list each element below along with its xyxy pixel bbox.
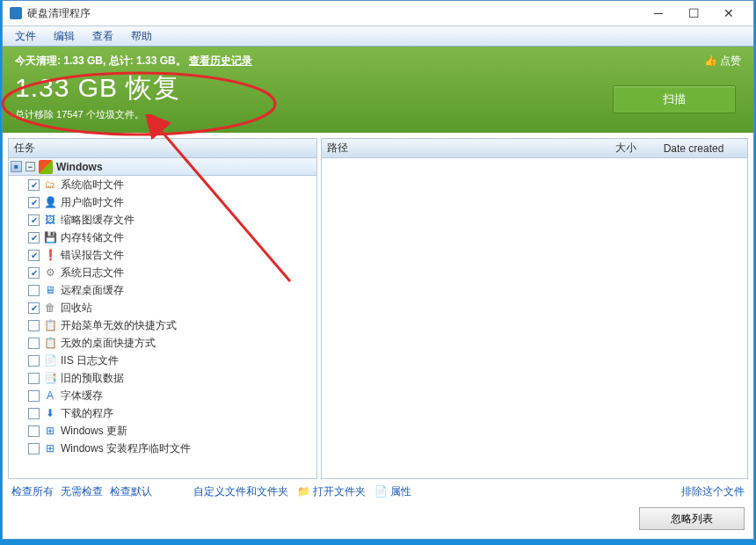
bottom-row: 忽略列表	[8, 504, 748, 534]
results-pane: 路径 大小 Date created	[321, 138, 748, 479]
exclude-link[interactable]: 排除这个文件	[681, 485, 745, 498]
tasks-pane: 任务 −Windows🗂系统临时文件👤用户临时文件🖼缩略图缓存文件💾内存转储文件…	[8, 138, 317, 479]
item-icon: 🖥	[43, 283, 57, 297]
ignore-list-button[interactable]: 忽略列表	[639, 507, 745, 530]
item-checkbox[interactable]	[28, 320, 40, 331]
item-checkbox[interactable]	[28, 267, 40, 279]
item-checkbox[interactable]	[28, 214, 40, 226]
open-folder-label: 打开文件夹	[313, 485, 366, 498]
item-label: 下载的程序	[61, 406, 113, 421]
item-checkbox[interactable]	[28, 302, 40, 314]
hero-today-text: 今天清理: 1.33 GB, 总计: 1.33 GB。	[15, 54, 186, 67]
tree-item[interactable]: 👤用户临时文件	[9, 193, 316, 211]
item-icon: ⚙	[43, 265, 57, 280]
results-header: 路径 大小 Date created	[322, 139, 747, 158]
menu-help[interactable]: 帮助	[122, 29, 161, 44]
item-checkbox[interactable]	[28, 250, 40, 261]
item-label: 字体缓存	[61, 389, 103, 403]
menu-file[interactable]: 文件	[6, 29, 45, 44]
tree-item[interactable]: 📋无效的桌面快捷方式	[9, 334, 316, 352]
tree-item[interactable]: 🖼缩略图缓存文件	[9, 211, 316, 229]
tree-item[interactable]: ⊞Windows 安装程序临时文件	[9, 440, 316, 457]
minimize-button[interactable]: ─	[641, 1, 676, 25]
item-label: 内存转储文件	[61, 230, 124, 245]
tree-item[interactable]: 🗑回收站	[9, 299, 316, 316]
app-icon	[10, 7, 22, 19]
item-checkbox[interactable]	[28, 285, 40, 296]
item-checkbox[interactable]	[28, 408, 40, 419]
item-label: 用户临时文件	[61, 195, 124, 210]
item-label: 错误报告文件	[61, 248, 124, 263]
tree-item[interactable]: ⊞Windows 更新	[9, 422, 316, 440]
tree-item[interactable]: ❗错误报告文件	[9, 246, 316, 264]
tree-item[interactable]: 📑旧的预取数据	[9, 369, 316, 387]
tree-item[interactable]: 📋开始菜单无效的快捷方式	[9, 316, 316, 334]
hero-summary: 今天清理: 1.33 GB, 总计: 1.33 GB。 查看历史记录	[15, 54, 741, 69]
col-path[interactable]: 路径	[327, 141, 592, 156]
item-icon: 💾	[43, 230, 57, 244]
item-checkbox[interactable]	[28, 338, 40, 349]
menu-view[interactable]: 查看	[84, 29, 122, 44]
results-list	[322, 158, 747, 478]
item-checkbox[interactable]	[28, 443, 40, 454]
links-right: 排除这个文件	[681, 484, 745, 499]
item-label: 无效的桌面快捷方式	[61, 336, 156, 351]
item-icon: ⬇	[43, 406, 57, 420]
item-label: IIS 日志文件	[61, 353, 119, 368]
hero-panel: 今天清理: 1.33 GB, 总计: 1.33 GB。 查看历史记录 1.33 …	[3, 47, 753, 133]
item-checkbox[interactable]	[28, 197, 40, 208]
tree-item[interactable]: A字体缓存	[9, 387, 316, 404]
item-icon: 🗑	[43, 301, 57, 315]
item-label: 旧的预取数据	[61, 371, 124, 386]
thumbs-up-icon: 👍	[704, 54, 717, 67]
item-icon: 👤	[43, 195, 57, 209]
item-checkbox[interactable]	[28, 232, 40, 243]
item-label: 缩略图缓存文件	[61, 213, 134, 228]
item-icon: ⊞	[43, 424, 57, 438]
item-checkbox[interactable]	[28, 373, 40, 384]
open-folder-link[interactable]: 📁 打开文件夹	[297, 484, 366, 499]
item-icon: 🖼	[43, 213, 57, 227]
item-label: Windows 更新	[61, 424, 127, 439]
item-checkbox[interactable]	[28, 355, 40, 367]
item-checkbox[interactable]	[28, 425, 40, 437]
col-date[interactable]: Date created	[645, 142, 742, 155]
check-all-link[interactable]: 检查所有	[11, 484, 54, 499]
links-left: 检查所有 无需检查 检查默认	[11, 484, 152, 499]
col-size[interactable]: 大小	[592, 141, 645, 156]
windows-icon	[39, 160, 53, 174]
tree-item[interactable]: 📄IIS 日志文件	[9, 352, 316, 369]
tree-group-windows[interactable]: −Windows	[9, 158, 316, 176]
properties-link[interactable]: 📄 属性	[374, 484, 411, 499]
maximize-button[interactable]: ☐	[676, 1, 711, 25]
custom-files-link[interactable]: 自定义文件和文件夹	[193, 484, 288, 499]
item-icon: 📋	[43, 336, 57, 350]
properties-label: 属性	[390, 485, 411, 498]
collapse-icon[interactable]: −	[25, 162, 35, 171]
item-icon: ❗	[43, 248, 57, 262]
scan-button[interactable]: 扫描	[613, 85, 736, 113]
window-buttons: ─ ☐ ✕	[641, 1, 746, 25]
menu-edit[interactable]: 编辑	[45, 29, 84, 44]
item-label: 开始菜单无效的快捷方式	[61, 318, 177, 333]
history-link[interactable]: 查看历史记录	[189, 54, 252, 67]
check-default-link[interactable]: 检查默认	[110, 484, 152, 499]
like-label: 点赞	[720, 54, 741, 67]
tasks-tree[interactable]: −Windows🗂系统临时文件👤用户临时文件🖼缩略图缓存文件💾内存转储文件❗错误…	[9, 158, 316, 478]
tree-item[interactable]: ⚙系统日志文件	[9, 264, 316, 281]
group-label: Windows	[56, 161, 103, 173]
close-button[interactable]: ✕	[711, 1, 746, 25]
hero-size: 1.33 GB	[15, 73, 118, 102]
app-window: 硬盘清理程序 ─ ☐ ✕ 文件 编辑 查看 帮助 今天清理: 1.33 GB, …	[2, 0, 754, 540]
tree-item[interactable]: 💾内存转储文件	[9, 229, 316, 246]
item-label: Windows 安装程序临时文件	[61, 441, 191, 456]
check-none-link[interactable]: 无需检查	[61, 484, 103, 499]
item-checkbox[interactable]	[28, 390, 40, 402]
tree-item[interactable]: 🖥远程桌面缓存	[9, 281, 316, 299]
panes: 任务 −Windows🗂系统临时文件👤用户临时文件🖼缩略图缓存文件💾内存转储文件…	[8, 138, 748, 479]
tree-item[interactable]: ⬇下载的程序	[9, 404, 316, 422]
group-checkbox[interactable]	[11, 161, 22, 172]
like-button[interactable]: 👍 点赞	[704, 54, 741, 69]
item-checkbox[interactable]	[28, 179, 40, 191]
tree-item[interactable]: 🗂系统临时文件	[9, 176, 316, 193]
